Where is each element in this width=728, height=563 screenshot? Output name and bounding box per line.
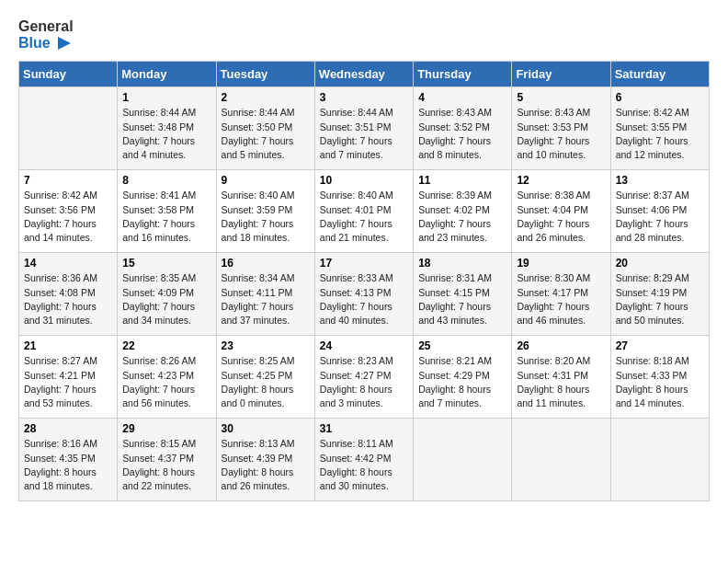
calendar-cell: 2Sunrise: 8:44 AMSunset: 3:50 PMDaylight… bbox=[216, 87, 314, 170]
day-info: Sunrise: 8:29 AMSunset: 4:19 PMDaylight:… bbox=[616, 271, 704, 327]
week-row-4: 21Sunrise: 8:27 AMSunset: 4:21 PMDayligh… bbox=[19, 336, 710, 419]
logo-arrow-icon bbox=[56, 35, 73, 52]
calendar-cell: 11Sunrise: 8:39 AMSunset: 4:02 PMDayligh… bbox=[414, 170, 512, 253]
day-number: 10 bbox=[320, 174, 408, 187]
calendar-cell bbox=[414, 419, 512, 501]
day-number: 12 bbox=[517, 174, 605, 187]
week-row-2: 7Sunrise: 8:42 AMSunset: 3:56 PMDaylight… bbox=[19, 170, 710, 253]
calendar-cell: 15Sunrise: 8:35 AMSunset: 4:09 PMDayligh… bbox=[118, 253, 216, 336]
calendar-cell: 31Sunrise: 8:11 AMSunset: 4:42 PMDayligh… bbox=[314, 419, 413, 501]
day-number: 1 bbox=[122, 91, 210, 104]
day-info: Sunrise: 8:13 AMSunset: 4:39 PMDaylight:… bbox=[222, 437, 310, 493]
day-header-wednesday: Wednesday bbox=[314, 62, 413, 87]
calendar-cell: 7Sunrise: 8:42 AMSunset: 3:56 PMDaylight… bbox=[19, 170, 118, 253]
day-header-saturday: Saturday bbox=[610, 62, 709, 87]
day-number: 23 bbox=[222, 339, 310, 352]
day-number: 17 bbox=[320, 257, 408, 270]
day-number: 16 bbox=[222, 257, 310, 270]
day-info: Sunrise: 8:39 AMSunset: 4:02 PMDaylight:… bbox=[418, 189, 506, 245]
calendar-cell: 21Sunrise: 8:27 AMSunset: 4:21 PMDayligh… bbox=[19, 336, 118, 419]
calendar-cell: 22Sunrise: 8:26 AMSunset: 4:23 PMDayligh… bbox=[118, 336, 216, 419]
logo: General Blue bbox=[18, 18, 74, 52]
calendar-cell: 17Sunrise: 8:33 AMSunset: 4:13 PMDayligh… bbox=[314, 253, 413, 336]
day-info: Sunrise: 8:23 AMSunset: 4:27 PMDaylight:… bbox=[320, 354, 408, 410]
day-number: 29 bbox=[122, 422, 210, 435]
calendar-cell: 28Sunrise: 8:16 AMSunset: 4:35 PMDayligh… bbox=[19, 419, 118, 501]
day-info: Sunrise: 8:18 AMSunset: 4:33 PMDaylight:… bbox=[616, 354, 704, 410]
calendar-cell: 4Sunrise: 8:43 AMSunset: 3:52 PMDaylight… bbox=[414, 87, 512, 170]
day-number: 5 bbox=[517, 91, 605, 104]
week-row-1: 1Sunrise: 8:44 AMSunset: 3:48 PMDaylight… bbox=[19, 87, 710, 170]
calendar: SundayMondayTuesdayWednesdayThursdayFrid… bbox=[18, 61, 710, 501]
day-number: 3 bbox=[320, 91, 408, 104]
day-number: 7 bbox=[24, 174, 112, 187]
day-number: 9 bbox=[222, 174, 310, 187]
day-number: 13 bbox=[616, 174, 704, 187]
logo-text-block: General Blue bbox=[18, 18, 74, 52]
calendar-cell bbox=[610, 419, 709, 501]
calendar-cell: 13Sunrise: 8:37 AMSunset: 4:06 PMDayligh… bbox=[610, 170, 709, 253]
calendar-cell: 24Sunrise: 8:23 AMSunset: 4:27 PMDayligh… bbox=[314, 336, 413, 419]
day-info: Sunrise: 8:44 AMSunset: 3:50 PMDaylight:… bbox=[222, 106, 310, 162]
week-row-5: 28Sunrise: 8:16 AMSunset: 4:35 PMDayligh… bbox=[19, 419, 710, 501]
calendar-cell bbox=[19, 87, 118, 170]
day-header-sunday: Sunday bbox=[19, 62, 118, 87]
day-number: 28 bbox=[24, 422, 112, 435]
calendar-cell: 3Sunrise: 8:44 AMSunset: 3:51 PMDaylight… bbox=[314, 87, 413, 170]
day-info: Sunrise: 8:38 AMSunset: 4:04 PMDaylight:… bbox=[517, 189, 605, 245]
day-info: Sunrise: 8:40 AMSunset: 3:59 PMDaylight:… bbox=[222, 189, 310, 245]
day-info: Sunrise: 8:34 AMSunset: 4:11 PMDaylight:… bbox=[222, 271, 310, 327]
logo-blue: Blue bbox=[18, 35, 74, 52]
day-info: Sunrise: 8:15 AMSunset: 4:37 PMDaylight:… bbox=[122, 437, 210, 493]
day-number: 19 bbox=[517, 257, 605, 270]
calendar-cell: 6Sunrise: 8:42 AMSunset: 3:55 PMDaylight… bbox=[610, 87, 709, 170]
day-header-tuesday: Tuesday bbox=[216, 62, 314, 87]
day-info: Sunrise: 8:16 AMSunset: 4:35 PMDaylight:… bbox=[24, 437, 112, 493]
calendar-cell: 9Sunrise: 8:40 AMSunset: 3:59 PMDaylight… bbox=[216, 170, 314, 253]
calendar-body: 1Sunrise: 8:44 AMSunset: 3:48 PMDaylight… bbox=[19, 87, 710, 501]
day-info: Sunrise: 8:36 AMSunset: 4:08 PMDaylight:… bbox=[24, 271, 112, 327]
calendar-cell: 27Sunrise: 8:18 AMSunset: 4:33 PMDayligh… bbox=[610, 336, 709, 419]
calendar-cell: 5Sunrise: 8:43 AMSunset: 3:53 PMDaylight… bbox=[512, 87, 610, 170]
calendar-cell: 20Sunrise: 8:29 AMSunset: 4:19 PMDayligh… bbox=[610, 253, 709, 336]
day-number: 20 bbox=[616, 257, 704, 270]
day-number: 18 bbox=[418, 257, 506, 270]
calendar-cell: 16Sunrise: 8:34 AMSunset: 4:11 PMDayligh… bbox=[216, 253, 314, 336]
calendar-cell: 18Sunrise: 8:31 AMSunset: 4:15 PMDayligh… bbox=[414, 253, 512, 336]
day-number: 25 bbox=[418, 339, 506, 352]
day-info: Sunrise: 8:11 AMSunset: 4:42 PMDaylight:… bbox=[320, 437, 408, 493]
day-number: 21 bbox=[24, 339, 112, 352]
calendar-header-row: SundayMondayTuesdayWednesdayThursdayFrid… bbox=[19, 62, 710, 87]
week-row-3: 14Sunrise: 8:36 AMSunset: 4:08 PMDayligh… bbox=[19, 253, 710, 336]
day-info: Sunrise: 8:44 AMSunset: 3:48 PMDaylight:… bbox=[122, 106, 210, 162]
day-info: Sunrise: 8:37 AMSunset: 4:06 PMDaylight:… bbox=[616, 189, 704, 245]
day-info: Sunrise: 8:21 AMSunset: 4:29 PMDaylight:… bbox=[418, 354, 506, 410]
calendar-cell: 10Sunrise: 8:40 AMSunset: 4:01 PMDayligh… bbox=[314, 170, 413, 253]
day-info: Sunrise: 8:25 AMSunset: 4:25 PMDaylight:… bbox=[222, 354, 310, 410]
day-info: Sunrise: 8:20 AMSunset: 4:31 PMDaylight:… bbox=[517, 354, 605, 410]
header: General Blue bbox=[18, 18, 710, 52]
day-info: Sunrise: 8:40 AMSunset: 4:01 PMDaylight:… bbox=[320, 189, 408, 245]
day-info: Sunrise: 8:26 AMSunset: 4:23 PMDaylight:… bbox=[122, 354, 210, 410]
calendar-cell: 26Sunrise: 8:20 AMSunset: 4:31 PMDayligh… bbox=[512, 336, 610, 419]
day-number: 14 bbox=[24, 257, 112, 270]
calendar-cell bbox=[512, 419, 610, 501]
day-header-friday: Friday bbox=[512, 62, 610, 87]
day-info: Sunrise: 8:42 AMSunset: 3:56 PMDaylight:… bbox=[24, 189, 112, 245]
day-info: Sunrise: 8:31 AMSunset: 4:15 PMDaylight:… bbox=[418, 271, 506, 327]
day-info: Sunrise: 8:43 AMSunset: 3:52 PMDaylight:… bbox=[418, 106, 506, 162]
day-number: 8 bbox=[122, 174, 210, 187]
calendar-cell: 30Sunrise: 8:13 AMSunset: 4:39 PMDayligh… bbox=[216, 419, 314, 501]
day-number: 31 bbox=[320, 422, 408, 435]
day-number: 2 bbox=[222, 91, 310, 104]
day-number: 6 bbox=[616, 91, 704, 104]
day-info: Sunrise: 8:42 AMSunset: 3:55 PMDaylight:… bbox=[616, 106, 704, 162]
svg-marker-0 bbox=[58, 37, 71, 50]
day-info: Sunrise: 8:27 AMSunset: 4:21 PMDaylight:… bbox=[24, 354, 112, 410]
logo-general: General bbox=[18, 18, 74, 35]
calendar-cell: 19Sunrise: 8:30 AMSunset: 4:17 PMDayligh… bbox=[512, 253, 610, 336]
day-number: 30 bbox=[222, 422, 310, 435]
calendar-cell: 23Sunrise: 8:25 AMSunset: 4:25 PMDayligh… bbox=[216, 336, 314, 419]
day-header-monday: Monday bbox=[118, 62, 216, 87]
day-info: Sunrise: 8:43 AMSunset: 3:53 PMDaylight:… bbox=[517, 106, 605, 162]
